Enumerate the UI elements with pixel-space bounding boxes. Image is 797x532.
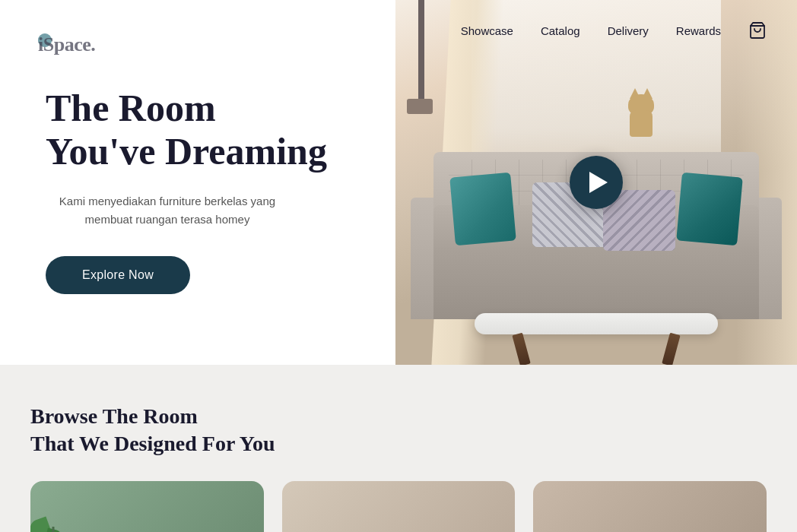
- pillow-teal-left: [449, 173, 516, 246]
- room-cards-container: Living Room Decoration Bed Room: [30, 481, 767, 532]
- nav-item-rewards[interactable]: Rewards: [676, 24, 721, 37]
- room-card-bedroom[interactable]: Bed Room: [533, 481, 767, 532]
- coffee-table-leg-right: [662, 333, 680, 365]
- nav-item-catalog[interactable]: Catalog: [541, 24, 580, 37]
- room-card-living-room[interactable]: Living Room: [30, 481, 264, 532]
- coffee-table-leg-left: [512, 333, 530, 365]
- cart-icon: [748, 21, 767, 40]
- plant-stem: [52, 527, 55, 532]
- nav-item-showcase[interactable]: Showcase: [461, 24, 513, 37]
- cat-body: [630, 110, 653, 137]
- nav-item-delivery[interactable]: Delivery: [608, 24, 649, 37]
- main-nav: Showcase Catalog Delivery Rewards: [461, 21, 767, 40]
- play-video-button[interactable]: [570, 156, 623, 209]
- cat-decoration: [622, 91, 660, 137]
- lamp-shade: [407, 99, 433, 114]
- room-card-decoration[interactable]: Decoration: [282, 481, 516, 532]
- hero-title: The Room You've Dreaming: [46, 87, 327, 174]
- play-icon: [589, 172, 608, 193]
- plant-decoration: [38, 511, 68, 532]
- pillow-teal-right: [676, 173, 743, 246]
- explore-now-button[interactable]: Explore Now: [46, 256, 190, 294]
- logo-text: iSpace.: [38, 33, 52, 47]
- cart-button[interactable]: [748, 21, 767, 40]
- header: iSpace. Showcase Catalog Delivery Reward…: [0, 0, 797, 61]
- hero-subtitle: Kami menyediakan furniture berkelas yang…: [46, 192, 289, 229]
- coffee-table-top: [475, 313, 718, 334]
- browse-section: Browse The Room That We Designed For You…: [0, 365, 797, 532]
- browse-title: Browse The Room That We Designed For You: [30, 403, 767, 458]
